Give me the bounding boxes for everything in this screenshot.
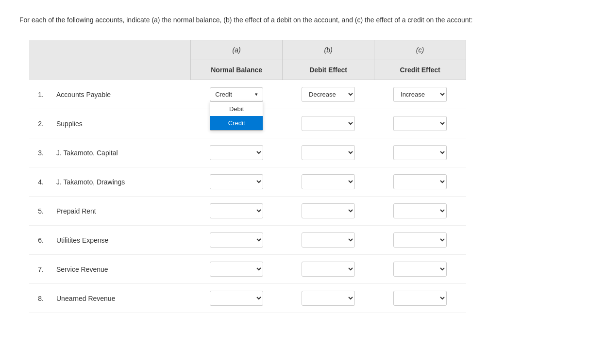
debit-effect-cell: IncreaseDecrease <box>283 80 374 109</box>
debit-effect-cell: IncreaseDecrease <box>283 226 374 255</box>
credit-effect-select[interactable]: IncreaseDecrease <box>393 203 447 218</box>
normal-balance-cell: DebitCredit <box>191 284 283 313</box>
instructions-text: For each of the following accounts, indi… <box>19 15 578 25</box>
table-row: 4.J. Takamoto, DrawingsDebitCreditIncrea… <box>29 167 466 197</box>
debit-effect-cell: IncreaseDecrease <box>283 167 374 197</box>
dropdown-selected-text: Credit <box>215 91 232 98</box>
col-a-label: (a) <box>191 40 283 60</box>
debit-effect-select[interactable]: IncreaseDecrease <box>302 174 355 189</box>
normal-balance-cell: DebitCredit <box>191 167 283 197</box>
dropdown-arrow: ▾ <box>255 91 258 98</box>
debit-effect-select[interactable]: IncreaseDecrease <box>302 291 355 306</box>
row-number: 2. <box>29 109 49 138</box>
normal-balance-cell: DebitCredit <box>191 226 283 255</box>
accounts-table: (a) (b) (c) Normal Balance Debit Effect … <box>29 40 466 313</box>
row-number: 7. <box>29 255 49 284</box>
table-row: 3.J. Takamoto, CapitalDebitCreditIncreas… <box>29 138 466 167</box>
credit-effect-cell: IncreaseDecrease <box>374 197 466 226</box>
normal-balance-select[interactable]: DebitCredit <box>210 203 263 218</box>
credit-effect-cell: IncreaseDecrease <box>374 109 466 138</box>
dropdown-option[interactable]: Debit <box>210 102 263 116</box>
account-name: Service Revenue <box>49 255 191 284</box>
dropdown-selected[interactable]: Credit▾ <box>210 87 263 101</box>
table-row: 5.Prepaid RentDebitCreditIncreaseDecreas… <box>29 197 466 226</box>
main-table-container: (a) (b) (c) Normal Balance Debit Effect … <box>29 40 466 313</box>
normal-balance-select[interactable]: DebitCredit <box>210 232 263 248</box>
normal-balance-cell: Credit▾DebitCredit <box>191 80 283 109</box>
credit-effect-cell: IncreaseDecrease <box>374 167 466 197</box>
normal-balance-cell: DebitCredit <box>191 197 283 226</box>
account-name: J. Takamoto, Drawings <box>49 167 191 197</box>
credit-effect-select[interactable]: IncreaseDecrease <box>393 291 447 306</box>
normal-balance-cell: DebitCredit <box>191 138 283 167</box>
header-row-letters: (a) (b) (c) <box>29 40 466 60</box>
debit-effect-cell: IncreaseDecrease <box>283 284 374 313</box>
credit-effect-select[interactable]: IncreaseDecrease <box>393 174 447 189</box>
normal-balance-dropdown-open[interactable]: Credit▾DebitCredit <box>210 87 263 101</box>
credit-effect-select[interactable]: IncreaseDecrease <box>393 145 447 160</box>
credit-effect-cell: IncreaseDecrease <box>374 138 466 167</box>
col-c-sub: Credit Effect <box>374 60 466 80</box>
credit-effect-cell: IncreaseDecrease <box>374 80 466 109</box>
debit-effect-select[interactable]: IncreaseDecrease <box>302 203 355 218</box>
credit-effect-cell: IncreaseDecrease <box>374 226 466 255</box>
normal-balance-select[interactable]: DebitCredit <box>210 291 263 306</box>
debit-effect-select[interactable]: IncreaseDecrease <box>302 262 355 277</box>
row-number: 3. <box>29 138 49 167</box>
normal-balance-select[interactable]: DebitCredit <box>210 262 263 277</box>
col-b-label: (b) <box>283 40 374 60</box>
debit-effect-cell: IncreaseDecrease <box>283 109 374 138</box>
credit-effect-cell: IncreaseDecrease <box>374 284 466 313</box>
debit-effect-cell: IncreaseDecrease <box>283 197 374 226</box>
debit-effect-cell: IncreaseDecrease <box>283 138 374 167</box>
credit-effect-select[interactable]: IncreaseDecrease <box>393 232 447 248</box>
table-row: 7.Service RevenueDebitCreditIncreaseDecr… <box>29 255 466 284</box>
account-name: Supplies <box>49 109 191 138</box>
dropdown-list: DebitCredit <box>210 101 263 131</box>
dropdown-option[interactable]: Credit <box>210 116 263 130</box>
debit-effect-select[interactable]: IncreaseDecrease <box>302 145 355 160</box>
col-b-sub: Debit Effect <box>283 60 374 80</box>
credit-effect-select[interactable]: IncreaseDecrease <box>393 116 447 131</box>
row-number: 1. <box>29 80 49 109</box>
debit-effect-select[interactable]: IncreaseDecrease <box>302 87 355 102</box>
row-number: 4. <box>29 167 49 197</box>
normal-balance-select[interactable]: DebitCredit <box>210 145 263 160</box>
table-row: 6.Utilitites ExpenseDebitCreditIncreaseD… <box>29 226 466 255</box>
table-row: 8.Unearned RevenueDebitCreditIncreaseDec… <box>29 284 466 313</box>
row-number: 8. <box>29 284 49 313</box>
account-name: Unearned Revenue <box>49 284 191 313</box>
credit-effect-select[interactable]: IncreaseDecrease <box>393 262 447 277</box>
account-name: J. Takamoto, Capital <box>49 138 191 167</box>
header-row-names: Normal Balance Debit Effect Credit Effec… <box>29 60 466 80</box>
credit-effect-cell: IncreaseDecrease <box>374 255 466 284</box>
row-number: 5. <box>29 197 49 226</box>
normal-balance-select[interactable]: DebitCredit <box>210 174 263 189</box>
col-a-sub: Normal Balance <box>191 60 283 80</box>
credit-effect-select[interactable]: IncreaseDecrease <box>393 87 447 102</box>
debit-effect-select[interactable]: IncreaseDecrease <box>302 116 355 131</box>
account-name: Prepaid Rent <box>49 197 191 226</box>
debit-effect-select[interactable]: IncreaseDecrease <box>302 232 355 248</box>
debit-effect-cell: IncreaseDecrease <box>283 255 374 284</box>
col-c-label: (c) <box>374 40 466 60</box>
normal-balance-cell: DebitCredit <box>191 255 283 284</box>
account-name: Utilitites Expense <box>49 226 191 255</box>
row-number: 6. <box>29 226 49 255</box>
account-name: Accounts Payable <box>49 80 191 109</box>
table-row: 1.Accounts PayableCredit▾DebitCreditIncr… <box>29 80 466 109</box>
